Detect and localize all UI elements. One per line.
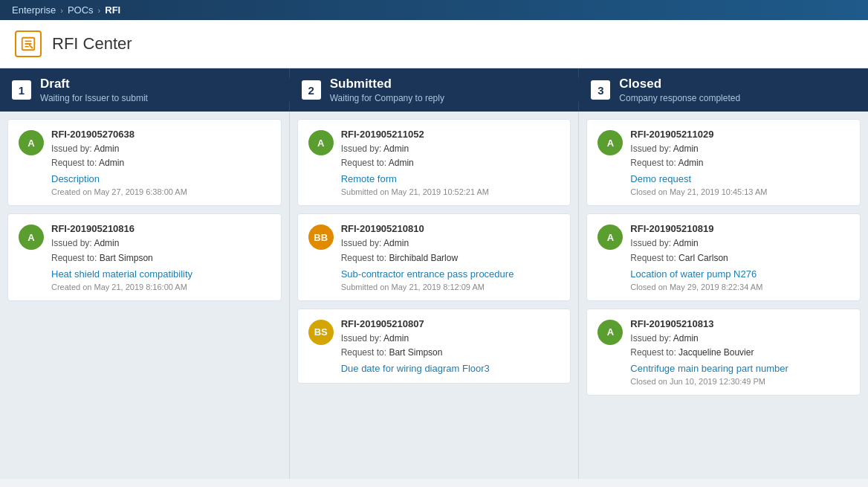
card-link[interactable]: Centrifuge main bearing part number	[630, 363, 849, 374]
card-content: RFI-201905210819 Issued by: Admin Reques…	[630, 223, 849, 291]
card-top: A RFI-201905210816 Issued by: Admin Requ…	[19, 223, 271, 291]
card-date: Closed on May 29, 2019 8:22:34 AM	[630, 283, 849, 291]
card-rfi-id: RFI-201905210819	[630, 223, 849, 234]
col-header-draft: 1 Draft Waiting for Issuer to submit	[0, 68, 290, 112]
card-date: Submitted on May 21, 2019 8:12:09 AM	[341, 283, 560, 291]
card-link[interactable]: Demo request	[630, 173, 849, 184]
card-top: A RFI-201905270638 Issued by: Admin Requ…	[19, 129, 271, 196]
card-content: RFI-201905210813 Issued by: Admin Reques…	[630, 318, 849, 386]
card-0-0[interactable]: A RFI-201905270638 Issued by: Admin Requ…	[7, 119, 282, 206]
card-link[interactable]: Location of water pump N276	[630, 268, 849, 280]
col-3-sub: Company response completed	[619, 93, 740, 103]
card-2-1[interactable]: A RFI-201905210819 Issued by: Admin Requ…	[586, 213, 861, 300]
card-top: BB RFI-201905210810 Issued by: Admin Req…	[308, 223, 560, 291]
card-issued-by: Issued by: Admin	[51, 142, 271, 156]
card-rfi-id: RFI-201905211029	[630, 129, 849, 140]
col-1-badge: 1	[12, 80, 31, 100]
card-request-to: Request to: Jacqueline Bouvier	[630, 346, 849, 360]
card-1-0[interactable]: A RFI-201905211052 Issued by: Admin Requ…	[297, 119, 571, 206]
column-submitted: A RFI-201905211052 Issued by: Admin Requ…	[290, 112, 580, 479]
card-request-to: Request to: Admin	[630, 156, 849, 170]
columns-body: A RFI-201905270638 Issued by: Admin Requ…	[0, 112, 868, 479]
card-date: Closed on Jun 10, 2019 12:30:49 PM	[630, 377, 849, 386]
card-issued-by: Issued by: Admin	[51, 236, 271, 251]
avatar: A	[597, 320, 623, 345]
card-request-to: Request to: Bart Simpson	[341, 346, 560, 360]
col-2-arrow	[577, 75, 586, 105]
col-2-badge: 2	[302, 80, 321, 100]
avatar: A	[597, 225, 623, 250]
card-request-to: Request to: Admin	[51, 156, 271, 170]
card-link[interactable]: Sub-contractor entrance pass procedure	[341, 268, 560, 280]
card-content: RFI-201905210807 Issued by: Admin Reques…	[341, 318, 560, 374]
avatar: A	[19, 225, 44, 250]
col-1-title: Draft	[40, 77, 148, 91]
card-rfi-id: RFI-201905210816	[51, 223, 271, 234]
breadcrumb: Enterprise › POCs › RFI	[0, 0, 868, 20]
card-top: A RFI-201905211052 Issued by: Admin Requ…	[308, 129, 560, 196]
card-request-to: Request to: Carl Carlson	[630, 251, 849, 265]
page-title: RFI Center	[52, 34, 132, 54]
card-link[interactable]: Description	[51, 173, 271, 184]
card-0-1[interactable]: A RFI-201905210816 Issued by: Admin Requ…	[7, 213, 282, 300]
card-date: Created on May 21, 2019 8:16:00 AM	[51, 283, 271, 291]
col-2-title: Submitted	[330, 77, 444, 91]
card-2-0[interactable]: A RFI-201905211029 Issued by: Admin Requ…	[586, 119, 861, 206]
card-date: Submitted on May 21, 2019 10:52:21 AM	[341, 187, 560, 196]
card-content: RFI-201905210810 Issued by: Admin Reques…	[341, 223, 560, 291]
avatar: BB	[308, 225, 334, 250]
card-2-2[interactable]: A RFI-201905210813 Issued by: Admin Requ…	[586, 309, 861, 396]
columns-header: 1 Draft Waiting for Issuer to submit 2 S…	[0, 68, 868, 112]
nav-enterprise[interactable]: Enterprise	[12, 4, 56, 16]
col-1-arrow	[288, 75, 297, 105]
card-request-to: Request to: Admin	[341, 156, 560, 170]
card-rfi-id: RFI-201905270638	[51, 129, 271, 140]
card-rfi-id: RFI-201905211052	[341, 129, 560, 140]
card-issued-by: Issued by: Admin	[630, 142, 849, 156]
column-draft: A RFI-201905270638 Issued by: Admin Requ…	[0, 112, 290, 479]
card-issued-by: Issued by: Admin	[341, 142, 560, 156]
col-3-badge: 3	[591, 80, 610, 100]
sep-1: ›	[60, 6, 63, 15]
rfi-center-icon	[15, 30, 42, 57]
card-top: A RFI-201905210819 Issued by: Admin Requ…	[597, 223, 849, 291]
col-3-title: Closed	[619, 77, 740, 91]
card-top: A RFI-201905211029 Issued by: Admin Requ…	[597, 129, 849, 196]
card-1-1[interactable]: BB RFI-201905210810 Issued by: Admin Req…	[297, 213, 571, 300]
card-top: BS RFI-201905210807 Issued by: Admin Req…	[308, 318, 560, 374]
card-issued-by: Issued by: Admin	[630, 332, 849, 346]
card-rfi-id: RFI-201905210807	[341, 318, 560, 329]
page-header: RFI Center	[0, 20, 868, 68]
card-link[interactable]: Due date for wiring diagram Floor3	[341, 363, 560, 374]
card-link[interactable]: Remote form	[341, 173, 560, 184]
col-header-submitted: 2 Submitted Waiting for Company to reply	[290, 68, 580, 112]
avatar: BS	[308, 320, 334, 345]
card-request-to: Request to: Bart Simpson	[51, 251, 271, 265]
card-request-to: Request to: Birchibald Barlow	[341, 251, 560, 265]
column-closed: A RFI-201905211029 Issued by: Admin Requ…	[579, 112, 868, 479]
avatar: A	[19, 130, 44, 155]
card-content: RFI-201905211052 Issued by: Admin Reques…	[341, 129, 560, 196]
col-header-closed: 3 Closed Company response completed	[579, 68, 868, 112]
card-date: Created on May 27, 2019 6:38:00 AM	[51, 187, 271, 196]
card-rfi-id: RFI-201905210810	[341, 223, 560, 234]
col-2-sub: Waiting for Company to reply	[330, 93, 444, 103]
card-content: RFI-201905210816 Issued by: Admin Reques…	[51, 223, 271, 291]
card-content: RFI-201905270638 Issued by: Admin Reques…	[51, 129, 271, 196]
card-issued-by: Issued by: Admin	[341, 236, 560, 251]
col-1-sub: Waiting for Issuer to submit	[40, 93, 148, 103]
card-rfi-id: RFI-201905210813	[630, 318, 849, 329]
card-top: A RFI-201905210813 Issued by: Admin Requ…	[597, 318, 849, 386]
nav-pocs[interactable]: POCs	[68, 4, 94, 16]
nav-rfi: RFI	[105, 4, 120, 16]
card-issued-by: Issued by: Admin	[341, 332, 560, 346]
card-date: Closed on May 21, 2019 10:45:13 AM	[630, 187, 849, 196]
avatar: A	[597, 130, 623, 155]
sep-2: ›	[98, 6, 101, 15]
card-link[interactable]: Heat shield material compatibility	[51, 268, 271, 280]
card-1-2[interactable]: BS RFI-201905210807 Issued by: Admin Req…	[297, 309, 571, 384]
card-issued-by: Issued by: Admin	[630, 236, 849, 251]
avatar: A	[308, 130, 334, 155]
card-content: RFI-201905211029 Issued by: Admin Reques…	[630, 129, 849, 196]
